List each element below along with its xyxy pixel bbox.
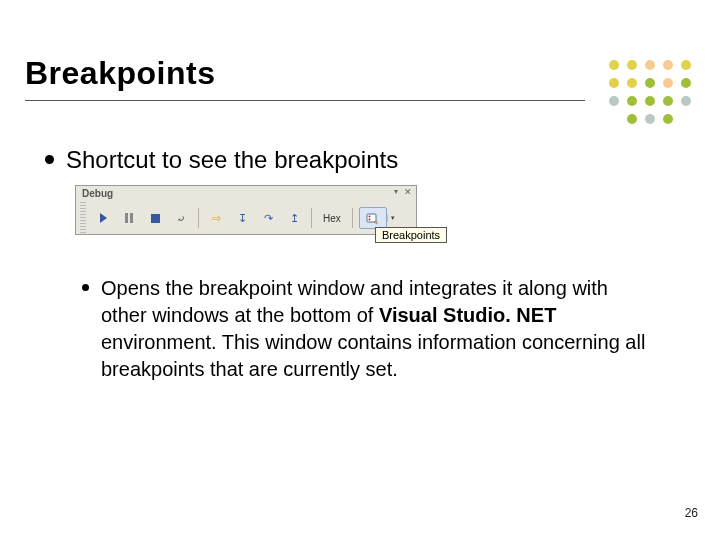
svg-point-2	[368, 219, 370, 221]
bullet-level2-bold: Visual Studio. NET	[379, 304, 556, 326]
step-out-button[interactable]: ↥	[283, 207, 305, 229]
stop-button[interactable]	[144, 207, 166, 229]
breakpoints-window-button[interactable]	[359, 207, 387, 229]
breakpoints-dropdown-arrow[interactable]: ▾	[387, 214, 398, 222]
bullet-icon	[82, 284, 89, 291]
restart-button[interactable]: ⤾	[170, 207, 192, 229]
debug-toolbar[interactable]: Debug ⤾ ⇨	[75, 185, 417, 235]
slide: Breakpoints Shortcut to see the breakpoi…	[0, 0, 720, 540]
pause-icon	[125, 213, 133, 223]
slide-title: Breakpoints	[25, 55, 215, 92]
bullet-icon	[45, 155, 54, 164]
title-underline	[25, 100, 585, 101]
bullet-level2-part2: environment. This window contains inform…	[101, 331, 645, 380]
svg-point-1	[368, 216, 370, 218]
toolbar-separator	[198, 208, 199, 228]
restart-icon: ⤾	[177, 213, 185, 224]
toolbar-close-button[interactable]: ✕	[402, 187, 414, 197]
step-into-button[interactable]: ↧	[231, 207, 253, 229]
toolbar-separator	[352, 208, 353, 228]
stop-icon	[151, 214, 160, 223]
step-over-button[interactable]: ↷	[257, 207, 279, 229]
debug-toolbar-figure: Debug ⤾ ⇨	[75, 185, 417, 235]
svg-rect-0	[367, 214, 376, 222]
pause-button[interactable]	[118, 207, 140, 229]
bullet-level1: Shortcut to see the breakpoints	[45, 145, 398, 175]
toolbar-title: Debug	[76, 186, 416, 202]
toolbar-separator	[311, 208, 312, 228]
hex-toggle-button[interactable]: Hex	[318, 207, 346, 229]
bullet-level2-text: Opens the breakpoint window and integrat…	[101, 275, 652, 383]
decorative-dots	[609, 60, 695, 128]
play-button[interactable]	[92, 207, 114, 229]
page-number: 26	[685, 506, 698, 520]
bullet-level2: Opens the breakpoint window and integrat…	[82, 275, 652, 383]
bullet-level1-text: Shortcut to see the breakpoints	[66, 145, 398, 175]
toolbar-grip[interactable]	[80, 202, 86, 234]
show-next-statement-button[interactable]: ⇨	[205, 207, 227, 229]
breakpoints-icon	[366, 211, 380, 225]
play-icon	[100, 213, 107, 223]
breakpoints-tooltip: Breakpoints	[375, 227, 447, 243]
toolbar-options-button[interactable]: ▾	[392, 186, 400, 197]
